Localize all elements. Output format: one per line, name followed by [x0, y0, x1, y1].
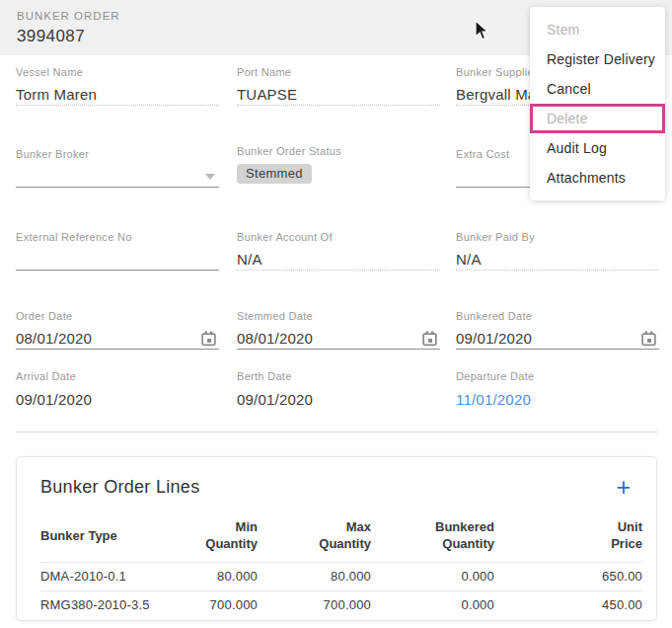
menu-item-cancel[interactable]: Cancel [530, 74, 665, 104]
departure-date-field: Departure Date 11/01/2020 [456, 369, 659, 410]
menu-item-register-delivery[interactable]: Register Delivery [530, 44, 665, 74]
cell-max-quantity: 80.000 [258, 563, 371, 591]
menu-item-delete: Delete [530, 104, 665, 133]
column-header-max-quantity: MaxQuantity [258, 510, 371, 563]
section-divider [16, 432, 657, 432]
bunker-broker-label: Bunker Broker [16, 147, 219, 161]
chevron-down-icon[interactable] [205, 174, 215, 180]
berth-date-field: Berth Date 09/01/2020 [237, 369, 440, 410]
context-menu: Stem Register Delivery Cancel Delete Aud… [530, 7, 665, 200]
berth-date-value: 09/01/2020 [237, 388, 440, 410]
stemmed-date-label: Stemmed Date [237, 309, 440, 323]
arrival-date-field: Arrival Date 09/01/2020 [16, 369, 219, 410]
order-date-value: 08/01/2020 [16, 328, 92, 349]
external-reference-field[interactable]: External Reference No [16, 230, 219, 271]
bunkered-date-field[interactable]: Bunkered Date 09/01/2020 [456, 309, 659, 350]
cell-unit-price: 650.00 [494, 563, 642, 591]
menu-item-attachments[interactable]: Attachments [530, 163, 665, 193]
bunker-paid-by-label: Bunker Paid By [456, 230, 659, 244]
card-title: Bunker Order Lines [40, 477, 199, 498]
berth-date-label: Berth Date [237, 369, 440, 383]
calendar-icon[interactable] [200, 330, 217, 348]
table-row[interactable]: DMA-2010-0.1 80.000 80.000 0.000 650.00 [40, 563, 642, 591]
vessel-name-value: Torm Maren [16, 84, 219, 106]
port-name-label: Port Name [237, 65, 440, 79]
order-date-label: Order Date [16, 309, 219, 323]
bunkered-date-label: Bunkered Date [456, 309, 659, 323]
order-date-field[interactable]: Order Date 08/01/2020 [16, 309, 219, 350]
cell-bunker-type: DMA-2010-0.1 [40, 563, 179, 591]
cell-min-quantity: 80.000 [179, 563, 258, 591]
bunker-account-of-label: Bunker Account Of [237, 230, 440, 244]
arrival-date-label: Arrival Date [16, 369, 219, 383]
page-header-label: BUNKER ORDER [17, 10, 120, 22]
cell-min-quantity: 700.000 [179, 591, 258, 620]
bunker-paid-by-value: N/A [456, 249, 659, 271]
calendar-icon[interactable] [421, 330, 438, 348]
mouse-cursor-icon [474, 20, 490, 42]
bunker-account-of-value: N/A [237, 249, 440, 271]
menu-item-stem: Stem [530, 15, 665, 44]
vessel-name-field: Vessel Name Torm Maren [16, 65, 219, 106]
bunker-order-status-label: Bunker Order Status [237, 144, 440, 158]
calendar-icon[interactable] [640, 330, 657, 348]
bunker-broker-field[interactable]: Bunker Broker [16, 147, 219, 188]
menu-item-audit-log[interactable]: Audit Log [530, 133, 665, 163]
departure-date-label: Departure Date [456, 369, 659, 383]
column-header-min-quantity: MinQuantity [179, 510, 258, 563]
cell-unit-price: 450.00 [494, 591, 642, 620]
table-row[interactable]: RMG380-2010-3.5 700.000 700.000 0.000 45… [40, 591, 642, 620]
port-name-field: Port Name TUAPSE [237, 65, 440, 106]
order-lines-table: Bunker Type MinQuantity MaxQuantity Bunk… [40, 510, 642, 619]
external-reference-label: External Reference No [16, 230, 219, 244]
bunker-paid-by-field: Bunker Paid By N/A [456, 230, 659, 271]
status-badge: Stemmed [237, 164, 312, 184]
column-header-bunker-type: Bunker Type [40, 510, 179, 563]
bunker-order-status-field: Bunker Order Status Stemmed [237, 144, 440, 184]
departure-date-value[interactable]: 11/01/2020 [456, 388, 659, 410]
bunker-order-lines-card: Bunker Order Lines + Bunker Type MinQuan… [16, 456, 657, 621]
column-header-unit-price: UnitPrice [494, 510, 642, 563]
column-header-bunkered-quantity: BunkeredQuantity [371, 510, 494, 563]
bunker-account-of-field: Bunker Account Of N/A [237, 230, 440, 271]
cell-bunkered-quantity: 0.000 [371, 563, 494, 591]
table-header-row: Bunker Type MinQuantity MaxQuantity Bunk… [40, 510, 642, 563]
cell-bunker-type: RMG380-2010-3.5 [40, 591, 179, 620]
stemmed-date-value: 08/01/2020 [237, 328, 313, 349]
cell-max-quantity: 700.000 [258, 591, 371, 620]
bunkered-date-value: 09/01/2020 [456, 328, 532, 349]
cell-bunkered-quantity: 0.000 [371, 591, 494, 620]
port-name-value: TUAPSE [237, 84, 440, 106]
vessel-name-label: Vessel Name [16, 65, 219, 79]
external-reference-value [16, 249, 219, 271]
stemmed-date-field[interactable]: Stemmed Date 08/01/2020 [237, 309, 440, 350]
add-line-button[interactable]: + [616, 474, 631, 500]
order-number: 3994087 [17, 27, 85, 46]
arrival-date-value: 09/01/2020 [16, 388, 219, 410]
